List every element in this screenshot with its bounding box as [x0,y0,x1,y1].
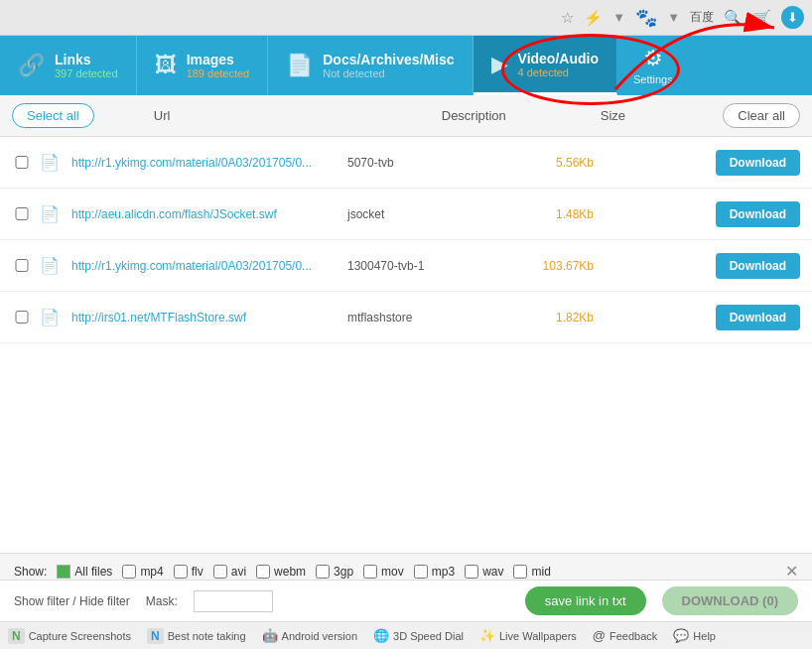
3d-label: 3D Speed Dial [393,630,464,642]
all-files-label: All files [74,565,112,579]
links-tab-title: Links [55,52,118,67]
baidu-text: 百度 [690,9,714,26]
video-tab-count: 4 detected [518,66,599,78]
docs-tab-title: Docs/Archives/Misc [323,52,454,67]
label-3gp: 3gp [334,565,353,579]
download-icon[interactable]: ⬇ [781,6,804,29]
big-download-button[interactable]: DOWNLOAD (0) [662,586,799,615]
video-icon: ▶ [491,52,508,77]
label-mov: mov [381,565,404,579]
clear-all-button[interactable]: Clear all [723,103,800,128]
download-button-4[interactable]: Download [716,305,800,330]
feedback-icon: @ [593,628,606,643]
mask-label: Mask: [146,594,178,608]
row-size-1: 5.56Kb [504,156,594,170]
android-icon: 🤖 [262,628,278,643]
footer-help[interactable]: 💬 Help [673,628,716,643]
row-size-3: 103.67Kb [504,259,594,273]
tab-links[interactable]: 🔗 Links 397 detected [0,36,137,95]
row-desc-3: 1300470-tvb-1 [347,259,496,273]
row-checkbox-4[interactable] [12,311,32,324]
note-icon: N [147,628,164,644]
save-link-button[interactable]: save link in txt [525,586,646,615]
file-table: 📄 http://r1.ykimg.com/material/0A03/2017… [0,137,812,613]
filter-close-button[interactable]: ✕ [785,562,798,581]
footer-android[interactable]: 🤖 Android version [262,628,357,643]
paw-icon[interactable]: 🐾 [635,7,657,29]
images-icon: 🖼 [155,53,177,78]
row-url-1[interactable]: http://r1.ykimg.com/material/0A03/201705… [71,156,339,170]
tab-settings[interactable]: ⚙ Settings [617,36,689,95]
table-row: 📄 http://aeu.alicdn.com/flash/JSocket.sw… [0,189,812,240]
checkbox-mp4[interactable] [122,565,136,579]
footer-feedback[interactable]: @ Feedback [593,628,658,643]
footer-live-wallpapers[interactable]: ✨ Live Wallpapers [479,628,577,643]
filter-mid: mid [513,565,550,579]
footer: N Capture Screenshots N Best note taking… [0,621,812,649]
download-button-1[interactable]: Download [716,150,800,176]
show-filter-button[interactable]: Show filter / Hide filter [14,594,130,608]
filter-mov: mov [363,565,404,579]
checkbox-flv[interactable] [174,565,188,579]
row-checkbox-1[interactable] [12,156,32,169]
footer-3d-speed-dial[interactable]: 🌐 3D Speed Dial [373,628,464,643]
label-flv: flv [192,565,203,579]
file-icon-3: 📄 [40,256,64,275]
filter-wav: wav [465,565,503,579]
filter-3gp: 3gp [316,565,353,579]
mask-input[interactable] [194,590,273,612]
file-icon-2: 📄 [40,204,64,223]
video-tab-title: Video/Audio [518,51,599,66]
tab-docs[interactable]: 📄 Docs/Archives/Misc Not detected [268,36,473,95]
checkbox-wav[interactable] [465,565,478,579]
label-mp4: mp4 [140,565,163,579]
label-mp3: mp3 [432,565,455,579]
checkbox-mp3[interactable] [414,565,428,579]
row-url-3[interactable]: http://r1.ykimg.com/material/0A03/201705… [71,259,339,273]
row-desc-2: jsocket [347,207,496,221]
wallpaper-label: Live Wallpapers [499,630,577,642]
tab-images[interactable]: 🖼 Images 189 detected [137,36,269,95]
settings-icon: ⚙ [643,46,663,71]
dropdown2-icon[interactable]: ▼ [667,10,680,25]
table-row: 📄 http://r1.ykimg.com/material/0A03/2017… [0,137,812,189]
checkbox-mid[interactable] [513,565,527,579]
footer-capture-screenshots[interactable]: N Capture Screenshots [8,628,131,644]
row-checkbox-3[interactable] [12,259,32,272]
label-mid: mid [531,565,550,579]
checkbox-mov[interactable] [363,565,377,579]
images-tab-title: Images [187,52,250,67]
browser-bar: ☆ ⚡ ▼ 🐾 ▼ 百度 🔍 🛒 ⬇ [0,0,812,36]
wallpaper-icon: ✨ [479,628,495,643]
lightning-icon[interactable]: ⚡ [584,9,603,27]
images-tab-count: 189 detected [187,67,250,79]
android-label: Android version [282,630,357,642]
download-button-3[interactable]: Download [716,253,800,279]
dropdown-icon[interactable]: ▼ [612,10,625,25]
feedback-label: Feedback [609,630,657,642]
note-label: Best note taking [168,630,246,642]
checkbox-webm[interactable] [256,565,270,579]
row-checkbox-2[interactable] [12,207,32,220]
filter-mp4: mp4 [122,565,163,579]
footer-best-note[interactable]: N Best note taking [147,628,246,644]
browser-icons: ☆ ⚡ ▼ 🐾 ▼ 百度 🔍 🛒 ⬇ [561,6,804,29]
filter-mp3: mp3 [414,565,455,579]
row-url-2[interactable]: http://aeu.alicdn.com/flash/JSocket.swf [71,207,339,221]
checkbox-avi[interactable] [213,565,227,579]
action-bar: Show filter / Hide filter Mask: save lin… [0,580,812,621]
checkbox-3gp[interactable] [316,565,330,579]
row-size-2: 1.48Kb [504,207,594,221]
all-files-color [57,565,70,579]
row-url-4[interactable]: http://irs01.net/MTFlashStore.swf [71,311,339,324]
table-row: 📄 http://r1.ykimg.com/material/0A03/2017… [0,240,812,292]
download-button-2[interactable]: Download [716,201,800,227]
select-all-button[interactable]: Select all [12,103,94,128]
star-icon[interactable]: ☆ [561,9,574,27]
show-label: Show: [14,565,47,579]
links-icon: 🔗 [18,53,45,78]
search-icon[interactable]: 🔍 [724,9,743,27]
table-row: 📄 http://irs01.net/MTFlashStore.swf mtfl… [0,292,812,343]
cart-icon[interactable]: 🛒 [752,9,771,27]
tab-video[interactable]: ▶ Video/Audio 4 detected [474,36,617,95]
